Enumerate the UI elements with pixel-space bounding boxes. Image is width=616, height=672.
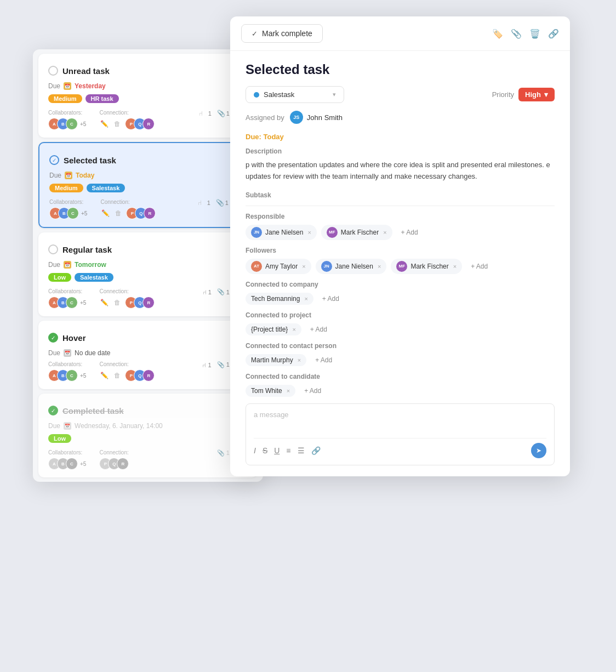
task-list-panel: Unread task JD Due 📅 Yesterday Medium HR… bbox=[33, 49, 263, 482]
responsible-name-0: Jane Nielsen bbox=[265, 229, 303, 236]
due-date-completed: Wednesday, 6. January, 14:00 bbox=[75, 422, 163, 430]
project-add-button[interactable]: + Add bbox=[306, 323, 332, 335]
candidate-remove[interactable]: × bbox=[287, 388, 290, 394]
project-remove[interactable]: × bbox=[292, 326, 295, 333]
tag-hr-unread: HR task bbox=[85, 94, 119, 103]
conn-delete-regular: 🗑 bbox=[113, 298, 122, 307]
task-detail-panel: ✓ Mark complete 🏷️ 📎 🗑️ 🔗 Selected task … bbox=[230, 16, 570, 476]
connected-project-heading: Connected to project bbox=[246, 311, 555, 319]
task-card-hover[interactable]: ✓ Hover HV Due 📅 No due date Collaborato… bbox=[38, 321, 258, 389]
connected-company-heading: Connected to company bbox=[246, 281, 555, 288]
follower-avatar-1: JN bbox=[321, 261, 332, 272]
responsible-remove-0[interactable]: × bbox=[307, 229, 311, 236]
connected-contact-heading: Connected to contact person bbox=[246, 342, 555, 350]
unordered-list-button[interactable]: ☰ bbox=[298, 446, 305, 455]
description-text: p with the presentation updates and wher… bbox=[246, 160, 555, 183]
task-card-regular[interactable]: Regular task RK Due 📅 Tomorrow Low Sales… bbox=[38, 232, 258, 316]
tag-salestask-regular: Salestask bbox=[75, 273, 113, 282]
task-tags-selected: Medium Salestask bbox=[49, 184, 247, 192]
collab-avatar-3: C bbox=[66, 118, 78, 130]
link-button[interactable]: 🔗 bbox=[548, 29, 559, 39]
detail-title: Selected task bbox=[246, 62, 555, 77]
italic-button[interactable]: I bbox=[254, 446, 256, 455]
contact-name: Martin Murphy bbox=[251, 356, 293, 364]
send-button[interactable]: ➤ bbox=[531, 443, 546, 458]
message-placeholder: a message bbox=[254, 411, 289, 419]
conn-avatar-s3: R bbox=[144, 207, 156, 219]
ordered-list-button[interactable]: ≡ bbox=[286, 446, 290, 455]
company-tag[interactable]: Tech Bemanning × bbox=[246, 293, 313, 305]
task-check-regular[interactable] bbox=[48, 244, 58, 254]
task-due-hover: Due 📅 No due date bbox=[48, 349, 248, 357]
collab-avatar-r3: C bbox=[66, 297, 78, 309]
responsible-remove-1[interactable]: × bbox=[383, 229, 386, 236]
company-add-button[interactable]: + Add bbox=[318, 293, 344, 305]
follower-avatar-0: AT bbox=[251, 261, 262, 272]
connection-edit-icon: ✏️ bbox=[99, 119, 110, 129]
responsible-people-row: JN Jane Nielsen × MF Mark Fischer × + Ad… bbox=[246, 225, 555, 240]
responsible-chip-1[interactable]: MF Mark Fischer × bbox=[321, 225, 392, 240]
responsible-chip-0[interactable]: JN Jane Nielsen × bbox=[246, 225, 317, 240]
clip-icon: 📎 bbox=[217, 110, 225, 117]
stat-branches-sel: ⑁1 bbox=[198, 199, 210, 207]
contact-add-button[interactable]: + Add bbox=[311, 354, 336, 366]
task-card-completed[interactable]: ✓ Completed task CT Due 📅 Wednesday, 6. … bbox=[38, 394, 258, 477]
responsible-add-button[interactable]: + Add bbox=[397, 226, 423, 238]
link-insert-button[interactable]: 🔗 bbox=[311, 446, 321, 455]
due-date-hover: No due date bbox=[75, 349, 110, 357]
follower-remove-0[interactable]: × bbox=[302, 263, 305, 270]
due-icon-selected: 📅 bbox=[65, 172, 72, 179]
stat-branches-unread: ⑁1 bbox=[199, 110, 212, 117]
delete-button[interactable]: 🗑️ bbox=[529, 29, 540, 39]
contact-tag[interactable]: Martin Murphy × bbox=[246, 354, 306, 366]
follower-chip-1[interactable]: JN Jane Nielsen × bbox=[316, 259, 387, 274]
project-tag[interactable]: {Project title} × bbox=[246, 323, 301, 335]
task-check-unread[interactable] bbox=[48, 66, 58, 76]
task-check-hover[interactable]: ✓ bbox=[48, 333, 58, 343]
task-title-completed: Completed task bbox=[62, 406, 124, 415]
connection-delete-icon: 🗑 bbox=[113, 119, 122, 129]
message-toolbar: I S U ≡ ☰ 🔗 ➤ bbox=[254, 438, 546, 458]
priority-section: Priority High ▾ bbox=[492, 88, 555, 101]
follower-name-1: Jane Nielsen bbox=[335, 263, 373, 270]
contact-remove[interactable]: × bbox=[298, 357, 301, 363]
strikethrough-button[interactable]: S bbox=[263, 446, 267, 455]
followers-add-button[interactable]: + Add bbox=[466, 260, 492, 272]
candidate-tag[interactable]: Tom White × bbox=[246, 385, 295, 397]
task-tags-unread: Medium HR task bbox=[48, 94, 248, 103]
task-due-completed: Due 📅 Wednesday, 6. January, 14:00 bbox=[48, 422, 248, 430]
branch-icon-reg: ⑁ bbox=[203, 289, 207, 295]
responsible-name-1: Mark Fischer bbox=[341, 229, 379, 236]
follower-remove-1[interactable]: × bbox=[378, 263, 381, 270]
attach-button[interactable]: 📎 bbox=[511, 29, 522, 39]
conn-delete-selected: 🗑 bbox=[114, 208, 123, 218]
tag-salestask-selected: Salestask bbox=[87, 184, 126, 192]
task-check-completed[interactable]: ✓ bbox=[48, 406, 58, 415]
follower-chip-2[interactable]: MF Mark Fischer × bbox=[391, 259, 462, 274]
project-selector[interactable]: Salestask ▾ bbox=[246, 86, 344, 103]
follower-remove-2[interactable]: × bbox=[453, 263, 457, 270]
follower-chip-0[interactable]: AT Amy Taylor × bbox=[246, 259, 311, 274]
task-check-selected[interactable]: ✓ bbox=[49, 155, 59, 165]
tag-low-completed: Low bbox=[48, 434, 71, 443]
clip-icon-reg: 📎 bbox=[217, 288, 225, 295]
mark-complete-button[interactable]: ✓ Mark complete bbox=[241, 24, 323, 43]
task-card-selected[interactable]: ✓ Selected task JS Due 📅 Today Medium Sa… bbox=[38, 142, 258, 228]
due-icon-regular: 📅 bbox=[64, 261, 71, 269]
priority-badge[interactable]: High ▾ bbox=[518, 88, 555, 101]
tag-button[interactable]: 🏷️ bbox=[492, 29, 503, 39]
candidate-add-button[interactable]: + Add bbox=[300, 385, 326, 397]
connected-company-section: Connected to company Tech Bemanning × + … bbox=[246, 281, 555, 305]
project-conn-name: {Project title} bbox=[251, 326, 288, 333]
underline-button[interactable]: U bbox=[274, 446, 280, 455]
follower-name-0: Amy Taylor bbox=[265, 263, 298, 270]
toolbar-icons: 🏷️ 📎 🗑️ 🔗 bbox=[492, 29, 559, 39]
mark-complete-check-icon: ✓ bbox=[252, 30, 258, 38]
connected-contact-section: Connected to contact person Martin Murph… bbox=[246, 342, 555, 366]
due-icon-unread: 📅 bbox=[64, 82, 71, 90]
assignee-name: John Smith bbox=[307, 113, 343, 122]
follower-avatar-2: MF bbox=[396, 261, 407, 272]
company-remove[interactable]: × bbox=[304, 295, 307, 302]
task-card-unread[interactable]: Unread task JD Due 📅 Yesterday Medium HR… bbox=[38, 54, 258, 138]
message-input[interactable]: a message bbox=[254, 411, 546, 432]
